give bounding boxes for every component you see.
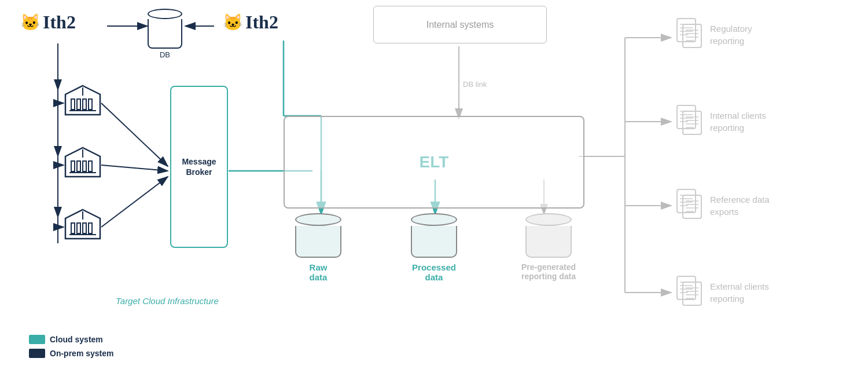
db-top [148,9,182,19]
target-cloud-label: Target Cloud Infrastructure [116,296,219,306]
bank-icon-2 [62,145,103,188]
svg-rect-12 [71,161,75,171]
legend-onprem-color [29,349,45,358]
regulatory-reporting-item: Regulatoryreporting [674,17,752,52]
svg-rect-8 [89,99,92,109]
external-clients-reporting-item: External clientsreporting [674,275,769,310]
raw-db-top [295,213,341,226]
internal-clients-doc-icon [674,104,703,139]
processed-data-db: Processeddata [411,213,457,282]
pregenerated-db-top [525,213,572,226]
svg-rect-6 [77,99,80,109]
legend-onprem-label: On-prem system [50,349,113,358]
processed-data-label: Processeddata [412,262,456,282]
legend-cloud-label: Cloud system [50,335,103,344]
right-logo: 🐱 Ith2 [223,12,278,33]
pregenerated-db: Pre-generatedreporting data [520,213,578,281]
legend-onprem: On-prem system [29,349,113,358]
legend-cloud: Cloud system [29,335,113,344]
bank2-to-broker-arrow [101,165,168,171]
elt-label: ELT [420,153,449,171]
svg-rect-14 [83,161,86,171]
svg-rect-19 [71,223,75,233]
message-broker-label: MessageBroker [182,156,216,177]
pregenerated-label: Pre-generatedreporting data [520,262,578,281]
internal-systems-box: Internal systems [373,6,547,43]
pregenerated-db-body [525,226,572,258]
internal-clients-reporting-label: Internal clientsreporting [710,109,766,134]
bank-icon-3 [62,207,103,250]
external-clients-doc-icon [674,275,703,310]
right-logo-text: Ith2 [245,12,278,33]
db-body [148,23,182,49]
reference-data-doc-icon [674,188,703,223]
left-logo: 🐱 Ith2 [20,12,76,33]
regulatory-doc-icon [674,17,703,52]
internal-clients-reporting-item: Internal clientsreporting [674,104,766,139]
diagram: DB link Target Cloud Infrastructure 🐱 It… [0,0,868,380]
bank1-to-broker-arrow [101,103,168,166]
legend: Cloud system On-prem system [29,335,113,363]
raw-db-body [295,226,341,258]
db-link-label: DB link [463,80,487,89]
svg-rect-20 [77,223,80,233]
raw-data-label: Rawdata [310,262,328,282]
regulatory-reporting-label: Regulatoryreporting [710,23,752,47]
bank-icon-1 [62,83,103,126]
svg-rect-13 [77,161,80,171]
elt-box: ELT [284,116,584,209]
db-component: DB [148,9,182,59]
reference-data-exports-label: Reference dataexports [710,193,770,218]
reference-data-exports-item: Reference dataexports [674,188,770,223]
svg-rect-22 [89,223,92,233]
db-label: DB [160,50,170,59]
svg-rect-15 [89,161,92,171]
svg-rect-7 [83,99,86,109]
svg-rect-21 [83,223,86,233]
message-broker: MessageBroker [170,86,228,248]
svg-rect-5 [71,99,75,109]
processed-db-top [411,213,457,226]
legend-cloud-color [29,335,45,344]
raw-data-db: Rawdata [295,213,341,282]
internal-systems-label: Internal systems [426,20,494,30]
left-logo-text: Ith2 [43,12,76,33]
bank3-to-broker-arrow [101,177,168,227]
external-clients-reporting-label: External clientsreporting [710,280,769,305]
processed-db-body [411,226,457,258]
